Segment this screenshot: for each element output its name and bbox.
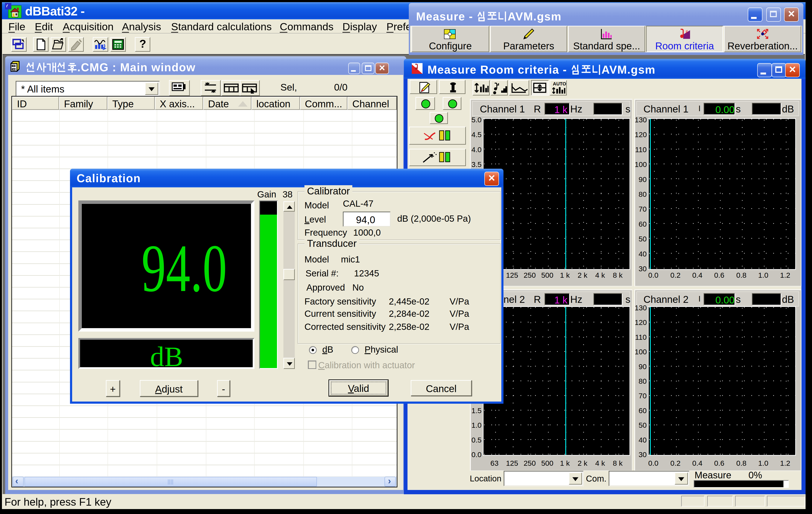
svg-text:AUTO: AUTO bbox=[553, 81, 566, 87]
svg-text:♯: ♯ bbox=[686, 29, 688, 34]
